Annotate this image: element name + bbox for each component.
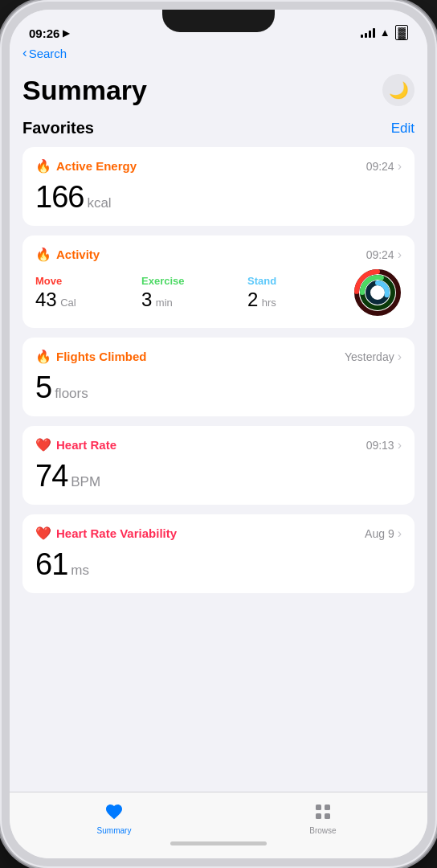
battery-icon: ▓ [395, 25, 408, 40]
move-stat: Move 43 Cal [35, 275, 141, 311]
page-title: Summary [22, 75, 147, 106]
phone-frame: 09:26 ▶ ▲ ▓ ‹ Search [0, 0, 437, 868]
exercise-value: 3 [141, 289, 152, 310]
status-time: 09:26 ▶ [29, 27, 69, 40]
tab-browse-icon [312, 800, 334, 823]
activity-time: 09:24 › [366, 248, 402, 262]
heart-tab-icon [104, 802, 124, 821]
scroll-content: Summary 🌙 Favorites Edit 🔥 Active Energy [10, 68, 427, 792]
activity-ring [353, 268, 402, 317]
move-value-row: 43 Cal [35, 289, 141, 311]
svg-rect-9 [325, 813, 330, 819]
exercise-stat: Exercise 3 min [141, 275, 247, 311]
activity-timestamp: 09:24 [366, 248, 394, 261]
browse-tab-icon [313, 802, 333, 821]
exercise-unit: min [156, 297, 173, 309]
chevron-icon-5: › [398, 526, 402, 541]
time-display: 09:26 [29, 27, 59, 40]
activity-stats-row: Move 43 Cal Exercise 3 min [35, 268, 402, 317]
hrv-title-row: ❤️ Heart Rate Variability [35, 526, 177, 541]
back-chevron-icon: ‹ [22, 45, 27, 61]
activity-card-header: 🔥 Activity 09:24 › [35, 247, 402, 262]
activity-title-row: 🔥 Activity [35, 247, 100, 262]
active-energy-value: 166 [35, 180, 84, 215]
heart-icon-2: ❤️ [35, 526, 51, 541]
active-energy-unit: kcal [87, 195, 111, 211]
heart-rate-card[interactable]: ❤️ Heart Rate 09:13 › 74 BPM [22, 426, 415, 505]
exercise-value-row: 3 min [141, 289, 247, 311]
stand-unit: hrs [262, 297, 276, 309]
fire-icon-1: 🔥 [35, 158, 51, 174]
status-icons: ▲ ▓ [361, 25, 408, 40]
favorites-title: Favorites [22, 119, 94, 137]
stand-value: 2 [247, 289, 258, 310]
tab-browse-label: Browse [309, 826, 336, 835]
hrv-card[interactable]: ❤️ Heart Rate Variability Aug 9 › 61 ms [22, 514, 415, 593]
heart-rate-value: 74 [35, 459, 67, 493]
active-energy-time: 09:24 › [366, 159, 402, 174]
hrv-value-row: 61 ms [35, 547, 402, 582]
svg-rect-7 [325, 805, 330, 810]
back-button[interactable]: ‹ Search [22, 45, 415, 61]
active-energy-timestamp: 09:24 [366, 160, 394, 173]
back-label: Search [29, 47, 67, 60]
signal-bars [361, 28, 375, 38]
move-label: Move [35, 275, 141, 287]
hrv-unit: ms [71, 563, 89, 579]
signal-bar-2 [365, 33, 367, 38]
move-unit: Cal [60, 297, 76, 309]
home-indicator[interactable] [170, 841, 267, 845]
signal-bar-1 [361, 35, 363, 38]
bottom-spacer [22, 603, 415, 616]
heart-rate-title: Heart Rate [56, 438, 116, 452]
svg-rect-8 [316, 813, 321, 819]
active-energy-card[interactable]: 🔥 Active Energy 09:24 › 166 kcal [22, 147, 415, 226]
flights-time: Yesterday › [345, 350, 402, 364]
flights-card-header: 🔥 Flights Climbed Yesterday › [35, 349, 402, 364]
activity-title: Activity [56, 248, 100, 261]
move-value: 43 [35, 289, 57, 310]
svg-rect-6 [316, 805, 321, 810]
heart-rate-unit: BPM [71, 474, 100, 490]
tab-browse[interactable]: Browse [218, 800, 427, 835]
activity-stats: Move 43 Cal Exercise 3 min [35, 275, 353, 311]
flights-value-row: 5 floors [35, 371, 402, 405]
fire-icon-3: 🔥 [35, 349, 51, 364]
stand-label: Stand [247, 275, 353, 287]
hrv-time: Aug 9 › [365, 526, 402, 541]
tab-summary-label: Summary [97, 826, 132, 835]
flights-title: Flights Climbed [56, 350, 147, 363]
hrv-timestamp: Aug 9 [365, 527, 394, 540]
flights-title-row: 🔥 Flights Climbed [35, 349, 147, 364]
wifi-icon: ▲ [380, 27, 390, 39]
location-icon: ▶ [63, 28, 69, 39]
heart-icon-1: ❤️ [35, 437, 51, 452]
tab-summary[interactable]: Summary [10, 800, 218, 835]
stand-stat: Stand 2 hrs [247, 275, 353, 311]
hrv-title: Heart Rate Variability [56, 526, 177, 540]
tab-bar: Summary Browse [10, 792, 427, 858]
heart-rate-card-header: ❤️ Heart Rate 09:13 › [35, 437, 402, 452]
heart-rate-value-row: 74 BPM [35, 459, 402, 493]
flights-value: 5 [35, 371, 51, 405]
flights-unit: floors [55, 386, 88, 402]
chevron-icon-2: › [398, 248, 402, 262]
flights-card[interactable]: 🔥 Flights Climbed Yesterday › 5 floors [22, 338, 415, 416]
card-title-row: 🔥 Active Energy [35, 158, 137, 174]
stand-value-row: 2 hrs [247, 289, 353, 311]
chevron-icon-4: › [398, 438, 402, 452]
activity-card[interactable]: 🔥 Activity 09:24 › Move 43 [22, 235, 415, 328]
hrv-card-header: ❤️ Heart Rate Variability Aug 9 › [35, 526, 402, 541]
moon-button[interactable]: 🌙 [382, 74, 415, 106]
signal-bar-4 [373, 28, 375, 38]
favorites-section-header: Favorites Edit [22, 119, 415, 137]
back-nav: ‹ Search [10, 45, 427, 68]
active-energy-title: Active Energy [56, 159, 137, 173]
flights-timestamp: Yesterday [345, 350, 394, 363]
page-header: Summary 🌙 [22, 68, 415, 119]
card-header: 🔥 Active Energy 09:24 › [35, 158, 402, 174]
chevron-icon-1: › [398, 159, 402, 174]
activity-ring-svg [353, 268, 402, 317]
heart-rate-title-row: ❤️ Heart Rate [35, 437, 116, 452]
edit-button[interactable]: Edit [391, 121, 415, 137]
